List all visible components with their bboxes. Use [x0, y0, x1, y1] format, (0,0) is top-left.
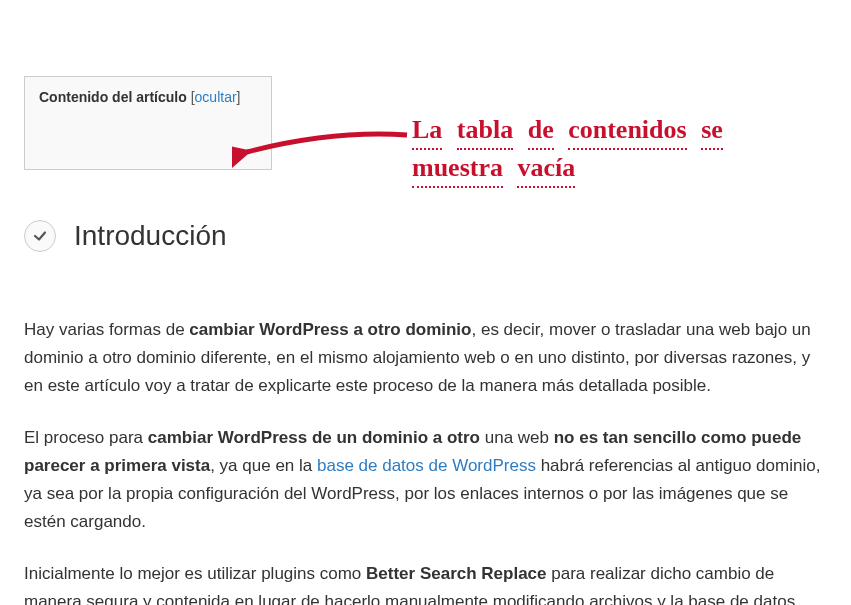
text: Hay varias formas de [24, 320, 189, 339]
paragraph-1: Hay varias formas de cambiar WordPress a… [24, 316, 827, 400]
toc-title: Contenido del artículo [39, 89, 187, 105]
text: El proceso para [24, 428, 148, 447]
annotation-word: tabla [457, 112, 513, 150]
annotation-word: de [528, 112, 554, 150]
annotation-text: La tabla de contenidos se muestra vacía [412, 112, 723, 188]
annotation-word: muestra [412, 150, 503, 188]
toc-bracket-close: ] [237, 89, 241, 105]
toc-toggle-link[interactable]: ocultar [195, 89, 237, 105]
annotation-callout: La tabla de contenidos se muestra vacía [232, 112, 723, 188]
text: Inicialmente lo mejor es utilizar plugin… [24, 564, 366, 583]
paragraph-2: El proceso para cambiar WordPress de un … [24, 424, 827, 536]
annotation-word: se [701, 112, 723, 150]
annotation-word: La [412, 112, 442, 150]
annotation-arrow [232, 120, 412, 180]
bold-text: cambiar WordPress a otro dominio [189, 320, 471, 339]
section-heading-row: Introducción [24, 220, 827, 252]
link-base-de-datos[interactable]: base de datos de WordPress [317, 456, 536, 475]
text: , ya que en la [210, 456, 317, 475]
annotation-word: vacía [517, 150, 575, 188]
bold-text: Better Search Replace [366, 564, 546, 583]
annotation-word: contenidos [568, 112, 686, 150]
section-heading: Introducción [74, 220, 227, 252]
check-icon [24, 220, 56, 252]
paragraph-3: Inicialmente lo mejor es utilizar plugin… [24, 560, 827, 605]
text: una web [480, 428, 554, 447]
bold-text: cambiar WordPress de un dominio a otro [148, 428, 480, 447]
